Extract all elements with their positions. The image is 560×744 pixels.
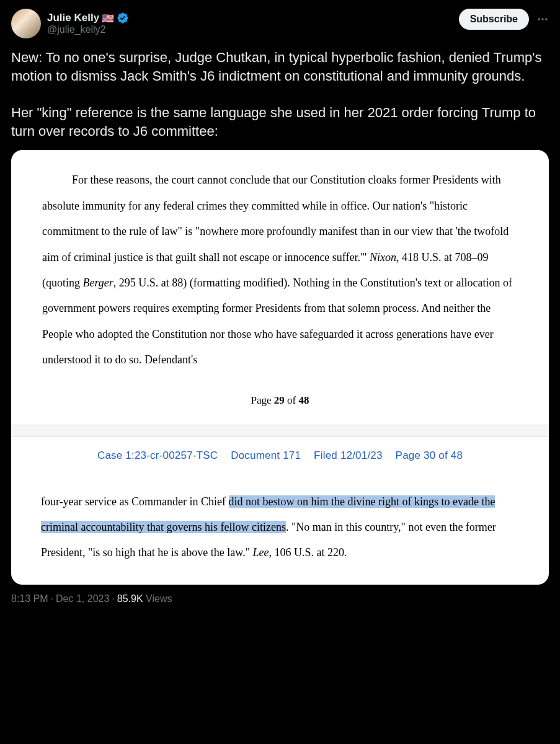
author-names: Julie Kelly 🇺🇸 @julie_kelly2	[47, 12, 129, 35]
doc-case-number: Case 1:23-cr-00257-TSC	[97, 450, 218, 461]
doc-case-citation: Berger	[83, 277, 113, 289]
verified-badge-icon	[117, 12, 129, 24]
more-icon[interactable]	[536, 13, 549, 25]
page-of: of	[285, 394, 299, 406]
author-block[interactable]: Julie Kelly 🇺🇸 @julie_kelly2	[11, 9, 129, 38]
header-actions: Subscribe	[459, 9, 549, 30]
attached-document-image[interactable]: For these reasons, the court cannot conc…	[11, 150, 549, 584]
document-paragraph: four-year service as Commander in Chief …	[41, 489, 519, 566]
document-page-29: For these reasons, the court cannot conc…	[11, 150, 549, 424]
tweet-header: Julie Kelly 🇺🇸 @julie_kelly2 Subscribe	[11, 9, 549, 38]
doc-text: four-year service as Commander in Chief	[41, 495, 229, 508]
svg-point-2	[545, 18, 547, 20]
doc-text: , 295 U.S. at 88) (formatting modified).…	[42, 277, 512, 366]
svg-point-1	[541, 18, 543, 20]
tweet-time[interactable]: 8:13 PM	[11, 593, 48, 604]
document-page-divider	[11, 425, 549, 437]
document-header: Case 1:23-cr-00257-TSC Document 171 File…	[11, 437, 549, 469]
doc-page-info: Page 30 of 48	[396, 450, 463, 461]
separator: ·	[51, 593, 53, 604]
tweet-container: Julie Kelly 🇺🇸 @julie_kelly2 Subscribe N…	[0, 0, 560, 613]
avatar[interactable]	[11, 9, 41, 38]
doc-case-citation: Nixon	[370, 251, 396, 264]
document-paragraph: For these reasons, the court cannot conc…	[42, 167, 518, 373]
views-label: Views	[143, 593, 172, 604]
tweet-date[interactable]: Dec 1, 2023	[56, 593, 109, 604]
views-count[interactable]: 85.9K	[117, 593, 143, 604]
tweet-text: New: To no one's surprise, Judge Chutkan…	[11, 48, 549, 140]
tweet-metadata: 8:13 PM·Dec 1, 2023·85.9K Views	[11, 593, 549, 604]
doc-document-number: Document 171	[231, 450, 301, 461]
author-name-row: Julie Kelly 🇺🇸	[47, 12, 129, 24]
doc-case-citation: Lee	[252, 546, 269, 559]
author-handle[interactable]: @julie_kelly2	[47, 24, 129, 35]
doc-text: , 106 U.S. at 220.	[269, 546, 347, 559]
doc-filed-date: Filed 12/01/23	[314, 450, 383, 461]
flag-emoji: 🇺🇸	[102, 12, 114, 24]
doc-text: For these reasons, the court cannot conc…	[42, 174, 509, 263]
subscribe-button[interactable]: Subscribe	[459, 9, 529, 30]
display-name[interactable]: Julie Kelly	[47, 12, 99, 24]
page-total: 48	[298, 394, 309, 406]
svg-point-0	[538, 18, 540, 20]
page-number: Page 29 of 48	[42, 388, 518, 412]
separator: ·	[112, 593, 114, 604]
document-page-30: four-year service as Commander in Chief …	[11, 469, 549, 585]
page-label: Page	[251, 394, 274, 406]
page-current: 29	[274, 394, 285, 406]
